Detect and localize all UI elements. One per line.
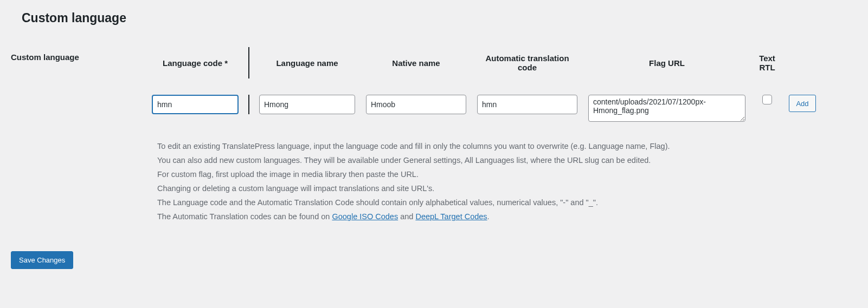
native-name-input[interactable] xyxy=(366,95,466,114)
header-native-name: Native name xyxy=(392,47,440,78)
content-wrapper: Custom language Language code * Language… xyxy=(11,47,857,224)
help-line-3: For custom flag, first upload the image … xyxy=(157,167,857,181)
help-line-2: You can also add new custom languages. T… xyxy=(157,153,857,167)
header-text-rtl: Text RTL xyxy=(756,47,778,78)
side-label: Custom language xyxy=(11,47,119,224)
help-line-1: To edit an existing TranslatePress langu… xyxy=(157,139,857,153)
language-name-input[interactable] xyxy=(259,95,355,114)
help-line-6: The Automatic Translation codes can be f… xyxy=(157,209,857,224)
google-iso-codes-link[interactable]: Google ISO Codes xyxy=(332,212,398,221)
input-row: content/uploads/2021/07/1200px-Hmong_fla… xyxy=(146,78,857,129)
header-flag-url: Flag URL xyxy=(649,47,685,78)
help-line-6b: and xyxy=(398,212,415,221)
language-code-input[interactable] xyxy=(152,95,239,114)
flag-url-input[interactable]: content/uploads/2021/07/1200px-Hmong_fla… xyxy=(588,95,745,122)
text-rtl-checkbox[interactable] xyxy=(762,95,772,104)
right-content: Language code * Language name Native nam… xyxy=(146,47,857,224)
deepl-target-codes-link[interactable]: DeepL Target Codes xyxy=(415,212,487,221)
auto-code-input[interactable] xyxy=(477,95,577,114)
help-line-6a: The Automatic Translation codes can be f… xyxy=(157,212,332,221)
add-button[interactable]: Add xyxy=(789,95,815,112)
header-auto-code: Automatic translation code xyxy=(477,47,577,78)
save-changes-button[interactable]: Save Changes xyxy=(11,251,73,269)
header-language-code: Language code * xyxy=(163,47,228,78)
header-row: Language code * Language name Native nam… xyxy=(146,47,857,78)
help-line-5: The Language code and the Automatic Tran… xyxy=(157,195,857,209)
header-language-name: Language name xyxy=(276,47,338,78)
section-heading: Custom language xyxy=(11,11,857,25)
help-line-6c: . xyxy=(487,212,490,221)
help-text: To edit an existing TranslatePress langu… xyxy=(157,139,857,224)
help-line-4: Changing or deleting a custom language w… xyxy=(157,181,857,195)
